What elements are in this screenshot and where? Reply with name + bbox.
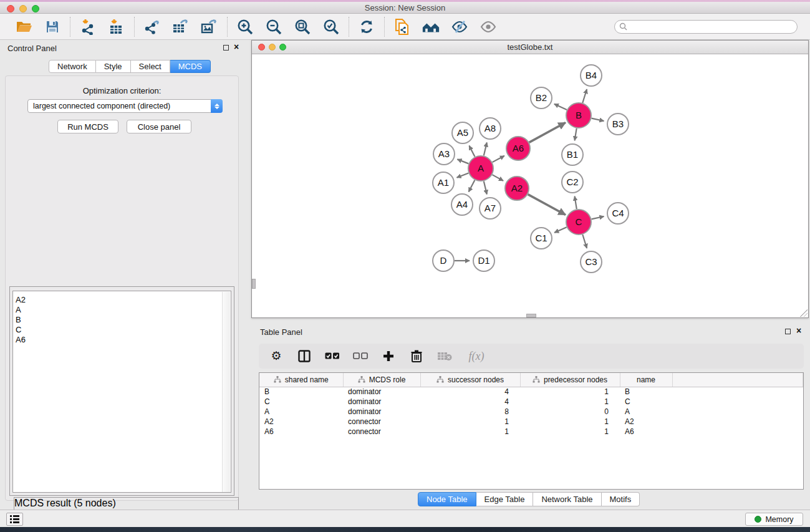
export-table-icon[interactable] [171, 17, 190, 36]
open-session-icon[interactable] [14, 17, 33, 36]
save-session-icon[interactable] [43, 17, 62, 36]
result-item[interactable]: A6 [16, 335, 231, 345]
edge-A-A3[interactable] [457, 159, 468, 163]
select-all-checkboxes-icon[interactable] [325, 349, 340, 364]
export-network-icon[interactable] [143, 17, 162, 36]
table-cell[interactable]: B [259, 387, 343, 397]
edge-A-A1[interactable] [457, 173, 469, 178]
mcds-result-list[interactable]: A2ABCA6 [12, 291, 231, 493]
table-cell[interactable]: dominator [343, 407, 420, 417]
table-cell[interactable]: 1 [520, 397, 620, 407]
edge-A-A7[interactable] [484, 181, 487, 194]
delete-columns-icon[interactable] [409, 349, 424, 364]
edge-C-C3[interactable] [582, 235, 587, 248]
home-view-icon[interactable] [422, 17, 440, 36]
table-cell[interactable]: 8 [420, 407, 520, 417]
tab-network-table[interactable]: Network Table [533, 492, 601, 506]
zoom-out-icon[interactable] [264, 17, 283, 36]
edge-A6-B[interactable] [529, 123, 566, 143]
table-cell[interactable]: dominator [343, 397, 420, 407]
column-header-shared-name[interactable]: shared name [259, 373, 343, 387]
result-item[interactable]: A2 [16, 295, 231, 305]
edge-A-A8[interactable] [484, 142, 487, 155]
table-cell[interactable]: connector [343, 417, 420, 427]
close-table-panel-icon[interactable]: × [796, 326, 801, 336]
table-cell[interactable]: A6 [259, 427, 343, 437]
tab-motifs[interactable]: Motifs [602, 492, 640, 506]
search-input[interactable] [630, 22, 797, 31]
table-row[interactable]: Adominator80A [259, 407, 803, 417]
edge-B-B4[interactable] [582, 89, 587, 103]
edge-C-C4[interactable] [592, 216, 604, 219]
table-cell[interactable]: 1 [420, 427, 520, 437]
table-row[interactable]: Cdominator41C [259, 397, 803, 407]
criterion-dropdown[interactable]: largest connected component (directed) [27, 99, 223, 113]
zoom-selected-icon[interactable] [322, 17, 340, 36]
tab-network[interactable]: Network [49, 60, 96, 73]
node-table[interactable]: shared nameMCDS rolesuccessor nodesprede… [259, 372, 804, 490]
canvas-left-scrollbar[interactable] [252, 279, 256, 289]
table-cell[interactable]: A2 [259, 417, 343, 427]
float-panel-icon[interactable] [223, 45, 229, 51]
tab-node-table[interactable]: Node Table [418, 492, 476, 506]
export-image-icon[interactable] [200, 17, 219, 36]
edge-B-B3[interactable] [592, 118, 604, 121]
edge-A-A5[interactable] [469, 146, 475, 157]
table-cell[interactable]: C [259, 397, 343, 407]
search-box[interactable] [614, 20, 798, 34]
table-cell[interactable]: 1 [520, 387, 620, 397]
table-cell[interactable]: A [259, 407, 343, 417]
run-mcds-button[interactable]: Run MCDS [57, 120, 118, 133]
column-header-name[interactable]: name [620, 373, 672, 387]
duplicate-network-icon[interactable] [393, 17, 412, 36]
zoom-in-icon[interactable] [236, 17, 254, 36]
list-scrollbar[interactable] [222, 292, 230, 493]
column-header-predecessor-nodes[interactable]: predecessor nodes [520, 373, 620, 387]
show-graphics-details-icon[interactable] [479, 17, 498, 36]
edge-B-B1[interactable] [575, 128, 577, 141]
table-settings-icon[interactable]: ⚙ [269, 349, 284, 364]
result-item[interactable]: B [16, 315, 231, 325]
delete-table-icon[interactable] [437, 349, 452, 364]
import-table-icon[interactable] [107, 17, 126, 36]
refresh-icon[interactable] [357, 17, 376, 36]
edge-A2-C[interactable] [528, 195, 566, 215]
edge-C-C1[interactable] [554, 227, 567, 233]
edge-A-A4[interactable] [469, 180, 475, 192]
network-canvas[interactable]: B4B2BB3A5A8A6B1A3AA1C2A2A4A7C4CC1C3DD1 [252, 54, 808, 317]
table-cell[interactable]: 4 [420, 397, 520, 407]
table-cell[interactable]: 1 [520, 417, 620, 427]
tab-select[interactable]: Select [131, 60, 170, 73]
column-header-MCDS-role[interactable]: MCDS role [343, 373, 420, 387]
add-column-icon[interactable] [381, 349, 396, 364]
network-window-titlebar[interactable]: testGlobe.txt [252, 41, 808, 54]
import-network-icon[interactable] [79, 17, 97, 36]
table-cell[interactable]: B [620, 387, 672, 397]
memory-button[interactable]: Memory [745, 513, 803, 526]
tab-edge-table[interactable]: Edge Table [476, 492, 534, 506]
function-builder-icon[interactable]: f(x) [465, 349, 488, 364]
table-cell[interactable]: C [620, 397, 672, 407]
edge-A-A2[interactable] [492, 175, 503, 181]
column-header-successor-nodes[interactable]: successor nodes [420, 373, 520, 387]
table-cell[interactable]: 4 [420, 387, 520, 397]
split-view-icon[interactable] [297, 349, 312, 364]
tab-mcds[interactable]: MCDS [170, 60, 211, 73]
tab-style[interactable]: Style [96, 60, 131, 73]
result-item[interactable]: A [16, 305, 231, 315]
edge-A-A6[interactable] [493, 156, 504, 162]
table-cell[interactable]: A2 [620, 417, 672, 427]
close-panel-icon[interactable]: × [234, 42, 239, 52]
table-cell[interactable]: 1 [520, 427, 620, 437]
edge-C-C2[interactable] [575, 196, 577, 210]
zoom-fit-icon[interactable] [293, 17, 312, 36]
edge-B-B2[interactable] [554, 104, 567, 110]
window-resize-handle[interactable] [800, 309, 808, 317]
table-cell[interactable]: A [620, 407, 672, 417]
table-row[interactable]: Bdominator41B [259, 387, 803, 397]
close-panel-button[interactable]: Close panel [127, 120, 191, 133]
deselect-all-checkboxes-icon[interactable] [353, 349, 368, 364]
table-row[interactable]: A2connector11A2 [259, 417, 803, 427]
table-cell[interactable]: dominator [343, 387, 420, 397]
hide-graphics-details-icon[interactable] [450, 17, 469, 36]
